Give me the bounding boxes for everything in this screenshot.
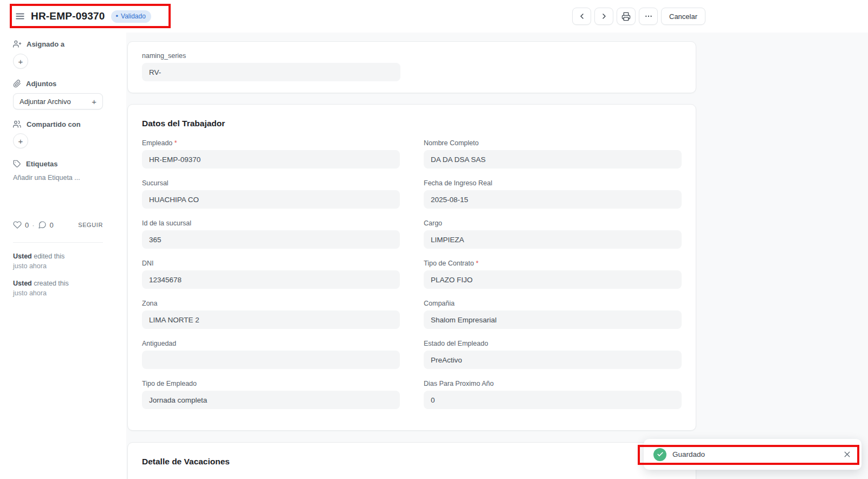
field-input[interactable]: Jornada completa <box>142 391 400 409</box>
tag-icon <box>13 160 21 168</box>
chevron-right-icon <box>600 12 608 21</box>
printer-icon <box>621 12 631 21</box>
sidebar-divider <box>13 242 103 243</box>
cancel-button[interactable]: Cancelar <box>661 8 705 25</box>
header: HR-EMP-09370 •Validado Cancelar <box>0 0 868 33</box>
field-cargo: CargoLIMPIEZA <box>424 219 682 249</box>
field-antiguedad: Antiguedad <box>142 340 400 369</box>
field-compa-ia: CompañiaShalom Empresarial <box>424 300 682 329</box>
field-naming-series: naming_series RV- <box>142 52 682 81</box>
field-empleado: Empleado *HR-EMP-09370 <box>142 139 400 169</box>
field-tipo-de-contrato: Tipo de Contrato *PLAZO FIJO <box>424 260 682 289</box>
tags-heading: Etiquetas <box>13 160 103 168</box>
field-label: Zona <box>142 300 400 307</box>
comment-icon[interactable] <box>38 221 47 229</box>
add-assignment-button[interactable]: + <box>13 54 28 69</box>
field-label: Sucursal <box>142 179 400 187</box>
follow-button[interactable]: SEGUIR <box>78 222 103 228</box>
field-input[interactable]: PreActivo <box>424 351 682 369</box>
print-button[interactable] <box>617 8 636 25</box>
naming-series-input[interactable]: RV- <box>142 63 400 81</box>
field-input[interactable]: 2025-08-15 <box>424 190 682 209</box>
field-label: Tipo de Contrato * <box>424 260 682 267</box>
field-id-de-la-sucursal: Id de la sucursal365 <box>142 219 400 249</box>
save-toast: Guardado <box>644 439 861 470</box>
field-label: Dias Para Proximo Año <box>424 380 682 387</box>
field-label: Cargo <box>424 219 682 227</box>
shared-with-heading: Compartido con <box>13 120 103 128</box>
field-label: Fecha de Ingreso Real <box>424 179 682 187</box>
fields-column-right: Nombre CompletoDA DA DSA SASFecha de Ing… <box>424 139 682 420</box>
field-fecha-de-ingreso-real: Fecha de Ingreso Real2025-08-15 <box>424 179 682 209</box>
vacation-detail-card: Detalle de Vacaciones <box>127 442 696 479</box>
users-icon <box>13 120 22 128</box>
activity-timestamp: justo ahora <box>13 261 103 271</box>
comment-count: 0 <box>50 221 54 229</box>
field-input[interactable]: DA DA DSA SAS <box>424 150 682 169</box>
page-title: HR-EMP-09370 <box>31 10 105 22</box>
add-tag-input[interactable]: Añadir una Etiqueta ... <box>13 174 103 182</box>
heart-icon[interactable] <box>13 221 22 229</box>
section-title-vacation: Detalle de Vacaciones <box>142 457 682 467</box>
field-dni: DNI12345678 <box>142 260 400 289</box>
toast-message: Guardado <box>672 450 705 458</box>
activity-list: Usted edited thisjusto ahoraUsted create… <box>13 251 103 298</box>
chevron-left-icon <box>578 12 586 21</box>
field-sucursal: SucursalHUACHIPA CO <box>142 179 400 209</box>
user-plus-icon <box>13 40 22 48</box>
field-input[interactable]: HUACHIPA CO <box>142 190 400 209</box>
more-options-button[interactable] <box>639 8 658 25</box>
header-title-group: HR-EMP-09370 •Validado <box>15 0 151 33</box>
field-label: naming_series <box>142 52 682 60</box>
activity-text: Usted created this <box>13 279 103 288</box>
field-label: Antiguedad <box>142 340 400 347</box>
assigned-to-heading: Asignado a <box>13 40 103 48</box>
plus-icon: + <box>92 97 96 106</box>
attach-file-button[interactable]: Adjuntar Archivo + <box>13 93 103 109</box>
field-input[interactable]: 365 <box>142 230 400 249</box>
field-estado-del-empleado: Estado del EmpleadoPreActivo <box>424 340 682 369</box>
field-input[interactable]: LIMPIEZA <box>424 230 682 249</box>
activity-item: Usted created thisjusto ahora <box>13 279 103 298</box>
separator-dot: · <box>32 221 34 229</box>
ellipsis-icon <box>644 12 653 21</box>
field-input[interactable]: LIMA NORTE 2 <box>142 310 400 329</box>
paperclip-icon <box>13 80 21 88</box>
attachments-heading: Adjuntos <box>13 80 103 88</box>
naming-series-card: naming_series RV- <box>127 41 696 93</box>
main-area: naming_series RV- Datos del Trabajador E… <box>126 33 868 479</box>
field-tipo-de-empleado: Tipo de EmpleadoJornada completa <box>142 380 400 409</box>
close-icon[interactable] <box>843 450 852 459</box>
sidebar: Asignado a + Adjuntos Adjuntar Archivo +… <box>13 33 103 306</box>
prev-record-button[interactable] <box>572 8 591 25</box>
field-input[interactable] <box>142 351 400 369</box>
activity-item: Usted edited thisjusto ahora <box>13 251 103 271</box>
field-input[interactable]: 0 <box>424 391 682 409</box>
form-content: naming_series RV- Datos del Trabajador E… <box>127 33 696 479</box>
required-asterisk: * <box>474 260 478 267</box>
fields-column-left: Empleado *HR-EMP-09370SucursalHUACHIPA C… <box>142 139 400 420</box>
section-title-worker: Datos del Trabajador <box>142 119 682 128</box>
activity-timestamp: justo ahora <box>13 288 103 298</box>
engagement-row: 0 · 0 SEGUIR <box>13 221 103 229</box>
worker-fields-grid: Empleado *HR-EMP-09370SucursalHUACHIPA C… <box>142 139 682 420</box>
next-record-button[interactable] <box>594 8 613 25</box>
field-input[interactable]: Shalom Empresarial <box>424 310 682 329</box>
add-share-button[interactable]: + <box>13 133 28 148</box>
status-badge: •Validado <box>111 10 151 23</box>
worker-data-card: Datos del Trabajador Empleado *HR-EMP-09… <box>127 104 696 431</box>
field-label: Tipo de Empleado <box>142 380 400 387</box>
field-input[interactable]: PLAZO FIJO <box>424 270 682 289</box>
activity-text: Usted edited this <box>13 251 103 261</box>
like-count: 0 <box>25 221 29 229</box>
field-zona: ZonaLIMA NORTE 2 <box>142 300 400 329</box>
field-label: Empleado * <box>142 139 400 147</box>
menu-icon[interactable] <box>15 11 25 21</box>
field-label: Estado del Empleado <box>424 340 682 347</box>
field-input[interactable]: HR-EMP-09370 <box>142 150 400 169</box>
field-label: Nombre Completo <box>424 139 682 147</box>
check-circle-icon <box>653 448 666 461</box>
field-label: DNI <box>142 260 400 267</box>
field-input[interactable]: 12345678 <box>142 270 400 289</box>
field-label: Compañia <box>424 300 682 307</box>
